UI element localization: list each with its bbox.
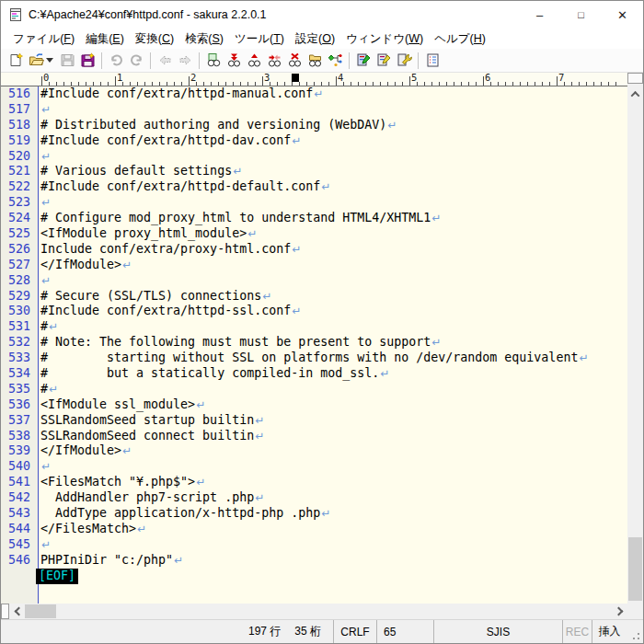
forward-arrow-icon [178,52,193,68]
menu-convert[interactable]: 変換(C) [130,29,179,49]
menu-edit[interactable]: 編集(E) [80,29,130,49]
line-number: 526 [1,242,38,258]
code-line: 539</IfModule>↵ [1,443,627,459]
open-file-button[interactable] [26,51,46,71]
open-dropdown-arrow[interactable] [46,58,53,63]
ruler-number: 2 [190,72,196,83]
eof-marker: [EOF] [36,569,78,584]
code-line: 528↵ [1,273,627,289]
text-editor-area[interactable]: 516#Include conf/extra/httpd-manual.conf… [1,86,627,604]
outline-analysis-icon [328,52,343,68]
code-text: </FilesMatch> [40,522,136,537]
vertical-split-handle[interactable] [627,73,643,84]
find-clear-button[interactable] [284,51,305,71]
newline-mark: ↵ [41,537,51,553]
save-as-icon [80,52,96,68]
common-settings-icon [376,52,392,68]
save-as-button[interactable] [77,51,98,71]
line-number: 528 [1,273,38,289]
code-rows: 516#Include conf/extra/httpd-manual.conf… [1,86,627,584]
scroll-right-button[interactable] [612,604,627,619]
code-line: 517↵ [1,102,627,118]
line-number: 533 [1,351,38,366]
outline-analysis-button[interactable] [325,51,345,71]
menu-help[interactable]: ヘルプ(H) [429,29,491,49]
outline-list-button[interactable] [422,51,443,71]
code-text: # Note: The following must must be prese… [40,335,431,351]
vertical-scrollbar-thumb[interactable] [628,537,642,601]
code-line: 541<FilesMatch "¥.php$">↵ [1,475,627,490]
code-line: 525<IfModule proxy_html_module>↵ [1,226,627,242]
scrollbar-corner [627,604,643,619]
code-text: # [40,319,48,335]
menu-file[interactable]: ファイル(F) [7,29,80,49]
menu-tools[interactable]: ツール(T) [229,29,290,49]
resize-grip[interactable] [627,620,643,643]
code-text: SSLRandomSeed startup builtin [40,413,254,429]
menu-window[interactable]: ウィンドウ(W) [340,29,429,49]
find-prev-button[interactable] [244,51,264,71]
save-button[interactable] [57,51,77,71]
ruler-number: 3 [264,72,270,83]
ruler-number: 7 [558,72,564,83]
code-text: # [40,382,48,397]
horizontal-scrollbar[interactable] [1,604,627,619]
horizontal-split-handle[interactable] [1,604,9,619]
redo-button[interactable] [126,51,146,71]
code-text: Include conf/extra/proxy-html.conf [40,242,291,258]
code-line: 524# Configure mod_proxy_html to underst… [1,211,627,226]
code-text: # starting without SSL on platforms with… [40,351,578,366]
move-forward-button[interactable] [175,51,195,71]
code-line: 518# Distributed authoring and versionin… [1,118,627,133]
common-settings-button[interactable] [374,51,394,71]
newline-mark: ↵ [292,133,301,149]
line-number: 541 [1,475,38,490]
code-text: #Include conf/extra/httpd-default.conf [40,179,320,195]
scroll-left-button[interactable] [9,604,25,619]
line-number: 544 [1,522,38,537]
maximize-button[interactable]: □ [560,1,602,29]
app-window: C:¥Apache24¥conf¥httpd.conf - sakura 2.2… [0,0,644,644]
grep-icon [307,52,323,68]
code-text: # but a statically compiled-in mod_ssl. [40,366,379,382]
ruler-ticks: 0 1 2 3 4 5 6 7 [41,73,621,86]
move-back-button[interactable] [155,51,175,71]
vertical-scrollbar[interactable] [627,73,643,619]
line-number: 516 [1,86,38,102]
line-number: 540 [1,459,38,475]
menu-settings[interactable]: 設定(O) [290,29,340,49]
code-text: #Include conf/extra/httpd-manual.conf [40,86,313,102]
replace-button[interactable] [264,51,284,71]
line-number: 536 [1,397,38,413]
undo-button[interactable] [106,51,126,71]
line-number: 517 [1,102,38,118]
menu-search[interactable]: 検索(S) [179,29,229,49]
menu-bar: ファイル(F) 編集(E) 変換(C) 検索(S) ツール(T) 設定(O) ウ… [1,29,643,49]
horizontal-scrollbar-thumb[interactable] [25,604,56,618]
find-button[interactable] [203,51,224,71]
minimize-button[interactable]: – [519,1,560,29]
scroll-up-button[interactable] [627,86,643,102]
new-file-button[interactable] [6,51,26,71]
eol-indicator: CRLF [333,620,376,643]
customize-button[interactable] [394,51,414,71]
undo-icon [109,52,124,68]
newline-mark: ↵ [137,522,146,537]
insert-mode-indicator: 挿入 [592,620,627,643]
chevron-left-icon [14,607,23,616]
newline-mark: ↵ [579,351,588,366]
code-line: 529# Secure (SSL/TLS) connections↵ [1,289,627,305]
redo-icon [129,52,144,68]
line-number: 543 [1,506,38,522]
grep-button[interactable] [305,51,325,71]
type-settings-button[interactable] [353,51,374,71]
find-next-button[interactable] [224,51,244,71]
code-text: # Secure (SSL/TLS) connections [40,289,261,305]
chevron-right-icon [614,607,623,616]
close-button[interactable]: ✕ [602,1,643,29]
type-settings-icon [356,52,372,68]
newline-mark: ↵ [255,413,264,429]
line-number: 546 [1,553,38,569]
line-number: 529 [1,289,38,305]
newline-mark: ↵ [174,553,183,569]
